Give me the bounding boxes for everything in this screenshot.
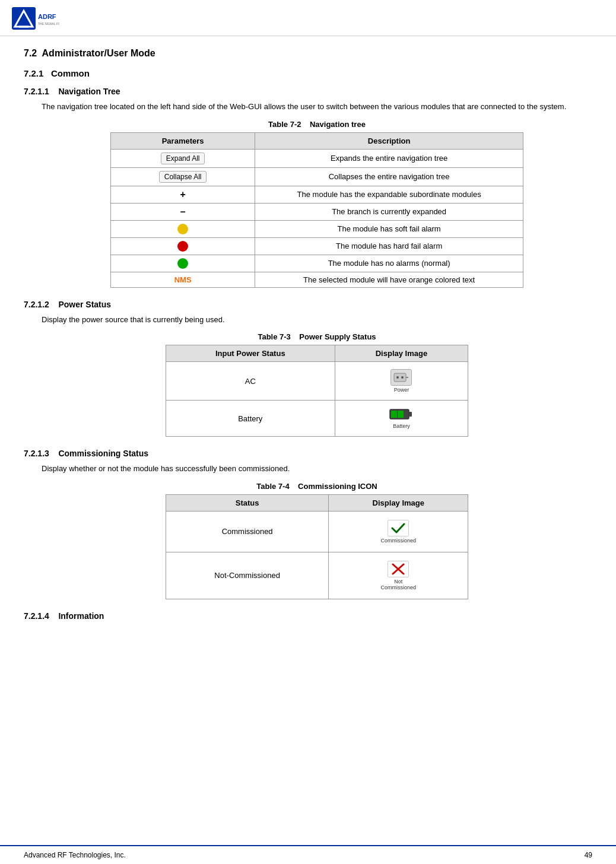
table-73-title: Table 7-3 Power Supply Status	[42, 332, 592, 341]
section-72-heading: 7.2 Administrator/User Mode	[24, 48, 592, 59]
comm-table-cell-commissioned-image: Commissioned	[329, 511, 468, 552]
logo: ADRF THE SIGNAL FOR SUCCESS	[12, 6, 47, 30]
section-721-heading: 7.2.1 Common	[24, 68, 592, 78]
nav-table-cell-yellow-desc: The module has soft fail alarm	[255, 220, 523, 237]
not-commissioned-x	[388, 561, 409, 577]
power-supply-table: Input Power Status Display Image AC	[166, 345, 468, 437]
main-content: 7.2 Administrator/User Mode 7.2.1 Common…	[0, 36, 616, 649]
yellow-circle-icon	[177, 224, 188, 234]
nav-table-row-plus: + The module has the expandable subordin…	[111, 186, 523, 203]
comm-table-cell-not-commissioned-image: NotCommissioned	[329, 552, 468, 599]
not-commissioned-icon: NotCommissioned	[381, 561, 417, 590]
section-7212-heading: 7.2.1.2 Power Status	[24, 300, 592, 309]
comm-table-header-image: Display Image	[329, 494, 468, 511]
not-commissioned-label: NotCommissioned	[381, 579, 417, 590]
nav-table-cell-plus-desc: The module has the expandable subordinat…	[255, 186, 523, 203]
nav-table-row-collapse: Collapse All Collapses the entire naviga…	[111, 167, 523, 186]
footer: Advanced RF Technologies, Inc. 49	[0, 845, 616, 864]
power-table-header-image: Display Image	[335, 345, 468, 362]
header: ADRF THE SIGNAL FOR SUCCESS	[0, 0, 616, 36]
svg-rect-5	[394, 373, 406, 382]
nav-table-row-yellow: The module has soft fail alarm	[111, 220, 523, 237]
commissioned-checkmark	[388, 520, 409, 536]
nav-table-row-expand: Expand All Expands the entire navigation…	[111, 149, 523, 167]
ac-power-icon: Power	[390, 369, 412, 393]
comm-table-cell-commissioned-status: Commissioned	[166, 511, 329, 552]
commissioned-icon: Commissioned	[381, 520, 417, 544]
nav-table-cell-collapse-btn: Collapse All	[111, 167, 255, 186]
nav-table-cell-nms: NMS	[111, 272, 255, 287]
nav-table-row-green: The module has no alarms (normal)	[111, 255, 523, 272]
section-7212-body: Display the power source that is current…	[42, 314, 592, 326]
nav-table-cell-red-circle	[111, 237, 255, 255]
ac-icon-svg	[393, 371, 409, 384]
minus-icon: –	[180, 207, 186, 217]
nav-table-cell-nms-desc: The selected module will have orange col…	[255, 272, 523, 287]
svg-rect-12	[398, 411, 404, 418]
nav-table-header-params: Parameters	[111, 132, 255, 149]
nms-label: NMS	[174, 275, 192, 284]
nav-table-cell-minus-desc: The branch is currently expanded	[255, 203, 523, 220]
nav-table-row-minus: – The branch is currently expanded	[111, 203, 523, 220]
power-table-row-ac: AC Po	[166, 362, 468, 401]
section-7214-heading: 7.2.1.4 Information	[24, 611, 592, 621]
power-table-cell-ac-image: Power	[335, 362, 468, 401]
nav-table-cell-green-circle	[111, 255, 255, 272]
power-table-cell-battery-image: Battery	[335, 401, 468, 437]
footer-right: 49	[585, 851, 592, 859]
table-74-title: Table 7-4 Commissioning ICON	[42, 482, 592, 491]
battery-power-label: Battery	[393, 423, 410, 429]
svg-point-7	[401, 376, 404, 379]
power-table-cell-battery-status: Battery	[166, 401, 335, 437]
battery-icon-svg	[389, 408, 413, 421]
plus-icon: +	[180, 189, 185, 199]
ac-power-label: Power	[394, 387, 409, 393]
comm-table-row-commissioned: Commissioned Commissioned	[166, 511, 468, 552]
logo-box: ADRF THE SIGNAL FOR SUCCESS	[12, 6, 47, 30]
adrf-logo-svg: ADRF THE SIGNAL FOR SUCCESS	[12, 6, 59, 33]
expand-all-button-display: Expand All	[161, 153, 205, 164]
nav-table-cell-expand-btn: Expand All	[111, 149, 255, 167]
collapse-all-button-display: Collapse All	[159, 171, 207, 183]
nav-table-header-desc: Description	[255, 132, 523, 149]
svg-rect-11	[391, 411, 397, 418]
nav-table-row-nms: NMS The selected module will have orange…	[111, 272, 523, 287]
svg-text:THE SIGNAL FOR SUCCESS: THE SIGNAL FOR SUCCESS	[38, 22, 59, 26]
power-table-header-status: Input Power Status	[166, 345, 335, 362]
section-7213-body: Display whether or not the module has su…	[42, 463, 592, 475]
green-circle-icon	[177, 258, 188, 269]
footer-left: Advanced RF Technologies, Inc.	[24, 851, 126, 859]
nav-table-cell-plus: +	[111, 186, 255, 203]
section-7211-body: The navigation tree located on the left …	[42, 101, 592, 113]
nav-table-cell-minus: –	[111, 203, 255, 220]
section-7213-heading: 7.2.1.3 Commissioning Status	[24, 449, 592, 458]
x-icon-svg	[391, 563, 405, 575]
nav-table-cell-expand-desc: Expands the entire navigation tree	[255, 149, 523, 167]
section-7211-heading: 7.2.1.1 Navigation Tree	[24, 87, 592, 96]
nav-table-cell-red-desc: The module has hard fail alarm	[255, 237, 523, 255]
svg-rect-10	[409, 412, 412, 417]
svg-point-6	[396, 376, 399, 379]
section-7212-content: Display the power source that is current…	[24, 314, 592, 437]
nav-table-cell-yellow-circle	[111, 220, 255, 237]
table-72-title: Table 7-2 Navigation tree	[42, 120, 592, 129]
comm-table-cell-not-commissioned-status: Not-Commissioned	[166, 552, 329, 599]
nav-table-cell-collapse-desc: Collapses the entire navigation tree	[255, 167, 523, 186]
navigation-tree-table: Parameters Description Expand All Expand…	[110, 132, 523, 288]
commissioned-label: Commissioned	[381, 538, 417, 544]
section-7211-content: The navigation tree located on the left …	[24, 101, 592, 288]
svg-text:ADRF: ADRF	[38, 13, 56, 20]
nav-table-cell-green-desc: The module has no alarms (normal)	[255, 255, 523, 272]
power-table-cell-ac-status: AC	[166, 362, 335, 401]
comm-table-header-status: Status	[166, 494, 329, 511]
section-7213-content: Display whether or not the module has su…	[24, 463, 592, 599]
nav-table-row-red: The module has hard fail alarm	[111, 237, 523, 255]
ac-power-icon-img	[390, 369, 412, 386]
battery-icon: Battery	[389, 408, 413, 429]
commissioning-table: Status Display Image Commissioned	[166, 494, 468, 599]
red-circle-icon	[177, 241, 188, 252]
check-icon-svg	[391, 522, 405, 534]
power-table-row-battery: Battery Battery	[166, 401, 468, 437]
comm-table-row-not-commissioned: Not-Commissioned NotCommissioned	[166, 552, 468, 599]
